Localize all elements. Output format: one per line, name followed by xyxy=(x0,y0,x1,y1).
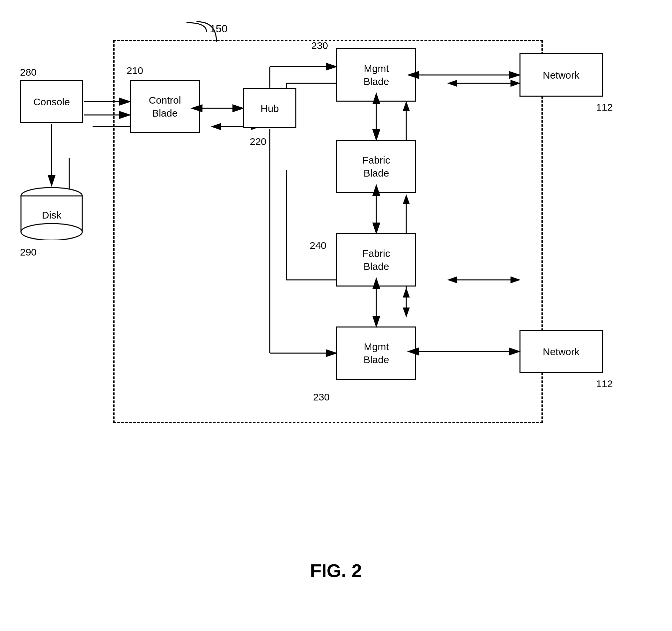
hub-box: Hub xyxy=(243,88,296,128)
fabric-blade-top-box: Fabric Blade xyxy=(336,140,416,193)
disk-box: Disk xyxy=(20,187,83,240)
network-top-box: Network xyxy=(520,53,603,97)
mgmt-blade-bottom-box: Mgmt Blade xyxy=(336,327,416,380)
console-label: Console xyxy=(33,95,70,108)
network-bottom-label: Network xyxy=(543,345,579,358)
label-112-top: 112 xyxy=(596,101,613,113)
label-230-top: 230 xyxy=(311,40,328,51)
mgmt-blade-top-box: Mgmt Blade xyxy=(336,48,416,101)
fabric-blade-top-label: Fabric Blade xyxy=(362,154,390,180)
mgmt-blade-top-label: Mgmt Blade xyxy=(364,62,389,88)
label-210: 210 xyxy=(126,65,143,76)
label-240: 240 xyxy=(310,240,326,251)
fabric-blade-bottom-box: Fabric Blade xyxy=(336,233,416,286)
svg-point-19 xyxy=(21,224,82,240)
mgmt-blade-bottom-label: Mgmt Blade xyxy=(364,340,389,366)
figure-caption: FIG. 2 xyxy=(310,560,362,581)
label-230-bottom: 230 xyxy=(313,392,330,403)
network-top-label: Network xyxy=(543,69,579,81)
label-280: 280 xyxy=(20,67,37,78)
console-box: Console xyxy=(20,80,83,123)
hub-label: Hub xyxy=(260,102,279,115)
svg-text:Disk: Disk xyxy=(42,210,62,220)
network-bottom-box: Network xyxy=(520,330,603,373)
control-blade-box: Control Blade xyxy=(130,80,200,133)
label-220: 220 xyxy=(250,136,266,147)
fabric-blade-bottom-label: Fabric Blade xyxy=(362,247,390,273)
label-112-bottom: 112 xyxy=(596,378,613,390)
control-blade-label: Control Blade xyxy=(149,94,181,120)
label-290: 290 xyxy=(20,247,37,258)
label-150-bracket xyxy=(167,18,233,45)
